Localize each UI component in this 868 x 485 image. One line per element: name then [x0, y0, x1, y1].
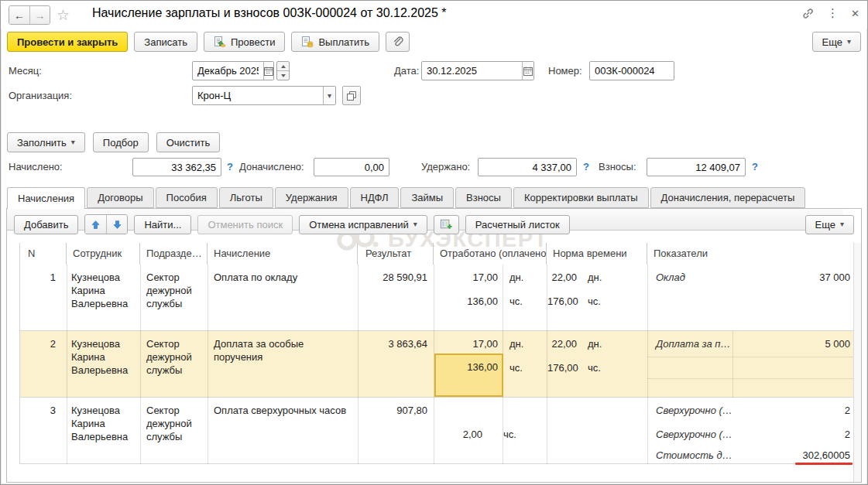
tab-deductions[interactable]: Удержания: [275, 187, 348, 208]
calendar-icon: [523, 67, 533, 76]
table-row[interactable]: 3 Кузнецова Карина Валерьевна Сектор деж…: [20, 398, 856, 464]
close-icon[interactable]: ✕: [851, 8, 859, 19]
col-header-n[interactable]: N: [20, 243, 67, 265]
date-field-group: [421, 61, 534, 80]
accrued-label: Начислено:: [9, 158, 63, 176]
tab-contributions[interactable]: Взносы: [455, 187, 512, 208]
month-spinner: [276, 61, 290, 80]
paperclip-icon: [392, 36, 403, 48]
post-and-close-button[interactable]: Провести и закрыть: [7, 32, 128, 52]
cell-norm-value: [547, 398, 580, 464]
accruals-panel: Добавить Найти... Отменить поиск Отмена …: [6, 208, 862, 483]
col-header-norm[interactable]: Норма времени: [547, 243, 647, 265]
cell-worked-unit: дн. чс.: [503, 331, 547, 398]
cell-accrual: Оплата сверхурочных часов: [208, 398, 358, 464]
kebab-menu-icon[interactable]: ⋮: [827, 6, 839, 20]
table-row[interactable]: 1 Кузнецова Карина Валерьевна Сектор деж…: [20, 265, 856, 331]
organization-dropdown-button[interactable]: ▾: [323, 87, 335, 104]
undo-corrections-button[interactable]: Отмена исправлений▾: [299, 215, 427, 234]
move-down-button[interactable]: [106, 215, 127, 234]
vertical-scrollbar[interactable]: [853, 243, 861, 482]
cell-norm-value: 22,00 176,00: [547, 265, 580, 331]
tab-contracts[interactable]: Договоры: [87, 187, 153, 208]
col-header-worked[interactable]: Отработано (оплачено): [434, 243, 547, 265]
withheld-help-link[interactable]: ?: [583, 158, 589, 176]
tab-accruals[interactable]: Начисления: [7, 187, 85, 209]
clear-button[interactable]: Очистить: [156, 132, 221, 152]
organization-open-button[interactable]: [342, 86, 361, 105]
move-row-group: [84, 214, 128, 234]
cell-result: 3 863,64: [358, 331, 434, 398]
command-bar: Провести и закрыть Записать Провести Вып…: [7, 32, 861, 52]
tab-payment-corrections[interactable]: Корректировки выплаты: [513, 187, 649, 208]
cell-n: 2: [20, 331, 67, 398]
date-calendar-button[interactable]: [522, 62, 533, 80]
forward-button[interactable]: →: [29, 6, 50, 24]
spinner-down-icon: [281, 74, 286, 77]
cell-accrual: Доплата за особые поручения: [208, 331, 358, 398]
spinner-up-button[interactable]: [277, 62, 289, 70]
organization-input[interactable]: [193, 87, 323, 104]
month-calendar-button[interactable]: [263, 62, 273, 80]
table-row-selected[interactable]: 2 Кузнецова Карина Валерьевна Сектор деж…: [20, 331, 856, 398]
accrued-help-link[interactable]: ?: [227, 158, 233, 176]
date-input[interactable]: [422, 62, 522, 80]
contributions-input[interactable]: [647, 159, 745, 176]
col-header-indicators[interactable]: Показатели: [647, 243, 856, 265]
contributions-help-link[interactable]: ?: [752, 158, 758, 176]
cell-n: 1: [20, 265, 67, 331]
cancel-search-button[interactable]: Отменить поиск: [197, 215, 293, 234]
col-header-employee[interactable]: Сотрудник: [67, 243, 140, 265]
chevron-down-icon: ▾: [71, 138, 75, 146]
contributions-label: Взносы:: [599, 158, 636, 176]
cell-employee: Кузнецова Карина Валерьевна: [67, 398, 140, 464]
pay-button[interactable]: Выплатить: [291, 32, 379, 52]
withheld-input[interactable]: [479, 159, 576, 176]
fill-button[interactable]: Заполнить▾: [7, 132, 85, 152]
more-label: Еще: [822, 36, 842, 48]
arrow-up-icon: [91, 220, 101, 230]
add-column-button[interactable]: [434, 215, 459, 234]
save-button[interactable]: Записать: [134, 32, 197, 52]
post-label: Провести: [231, 36, 276, 48]
selected-cell[interactable]: 136,00: [434, 354, 503, 397]
col-header-accrual[interactable]: Начисление: [208, 243, 358, 265]
post-button[interactable]: Провести: [204, 32, 286, 52]
save-label: Записать: [144, 36, 187, 48]
number-input[interactable]: [590, 62, 674, 80]
more-button-top[interactable]: Еще▾: [812, 32, 861, 52]
page-title: Начисление зарплаты и взносов 00ЗК-00002…: [92, 6, 447, 20]
nav-history-group: ← →: [9, 5, 50, 25]
back-button[interactable]: ←: [9, 6, 29, 24]
indicator-divider: [647, 357, 856, 357]
cell-accrual: Оплата по окладу: [208, 265, 358, 331]
col-header-department[interactable]: Подразде…: [140, 243, 208, 265]
pick-button[interactable]: Подбор: [93, 132, 149, 152]
month-input[interactable]: [193, 62, 263, 80]
find-button[interactable]: Найти...: [134, 215, 191, 234]
more-button-table[interactable]: Еще▾: [805, 215, 854, 234]
extra-accrued-field: [314, 158, 389, 176]
table-add-icon: [440, 218, 453, 231]
fill-label: Заполнить: [17, 137, 67, 149]
tab-privileges[interactable]: Льготы: [219, 187, 273, 208]
pay-slip-button[interactable]: Расчетный листок: [465, 215, 570, 234]
tab-ndfl[interactable]: НДФЛ: [350, 187, 400, 208]
move-up-button[interactable]: [85, 215, 106, 234]
tab-loans[interactable]: Займы: [400, 187, 454, 208]
favorite-star-icon[interactable]: ☆: [57, 6, 70, 24]
extra-accrued-input[interactable]: [314, 159, 389, 176]
link-icon[interactable]: [801, 7, 815, 20]
attachments-button[interactable]: [386, 32, 410, 52]
indicator-divider: [647, 378, 856, 379]
cell-worked-value: 17,00 136,00: [434, 331, 503, 398]
tab-recalculations[interactable]: Доначисления, перерасчеты: [650, 187, 806, 208]
spinner-down-button[interactable]: [277, 70, 289, 80]
tab-benefits[interactable]: Пособия: [156, 187, 218, 208]
cell-worked-value: 2,00: [434, 398, 503, 464]
table-body: 1 Кузнецова Карина Валерьевна Сектор деж…: [20, 265, 856, 464]
accrued-input[interactable]: [133, 159, 221, 176]
cell-indicator-name: Оклад: [647, 265, 732, 331]
add-row-button[interactable]: Добавить: [14, 215, 78, 234]
col-header-result[interactable]: Результат: [358, 243, 434, 265]
